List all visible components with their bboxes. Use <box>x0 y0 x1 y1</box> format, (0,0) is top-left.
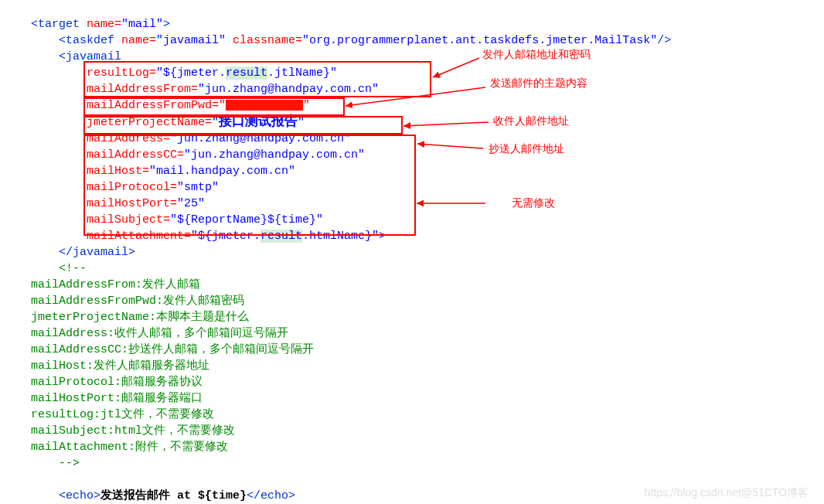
cmt: mailProtocol:邮箱服务器协议 <box>31 376 203 389</box>
annot-4: 抄送人邮件地址 <box>489 142 564 156</box>
cmt: mailAddressCC:抄送件人邮箱，多个邮箱间逗号隔开 <box>31 343 314 356</box>
target-open: <target <box>31 18 80 31</box>
taskdef-open: <taskdef <box>59 34 114 47</box>
attr: name <box>80 18 114 31</box>
box-mailfrom <box>83 61 431 97</box>
attr: classname <box>226 34 295 47</box>
cmt: mailAddressFrom:发件人邮箱 <box>31 278 200 291</box>
annot-1: 发件人邮箱地址和密码 <box>482 48 591 62</box>
cmt: mailSubject:html文件，不需要修改 <box>31 424 235 438</box>
close: > <box>163 18 170 31</box>
cmt: mailAttachment:附件，不需要修改 <box>31 441 228 454</box>
echo-close: </echo> <box>247 489 295 502</box>
eq: = <box>295 34 302 47</box>
annot-3: 收件人邮件地址 <box>493 114 569 128</box>
cmt: resultLog:jtl文件，不需要修改 <box>31 408 214 421</box>
cmt: mailHost:发件人邮箱服务器地址 <box>31 359 209 373</box>
val: "javamail" <box>156 34 226 47</box>
val: "mail" <box>121 18 163 31</box>
close: /> <box>657 34 671 47</box>
cmt: mailAddress:收件人邮箱，多个邮箱间逗号隔开 <box>31 327 288 340</box>
watermark: https://blog.csdn.net@51CTO博客 <box>645 486 809 500</box>
cmt: mailAddressFromPwd:发件人邮箱密码 <box>31 295 244 308</box>
annot-2: 发送邮件的主题内容 <box>490 77 587 90</box>
box-project <box>83 97 345 116</box>
eq: = <box>149 34 156 47</box>
eq: = <box>114 18 121 31</box>
cmt: mailHostPort:邮箱服务器端口 <box>31 392 203 405</box>
cmt-open: <!-- <box>59 262 87 275</box>
echo-open: <echo> <box>59 489 100 502</box>
attr: name <box>114 34 149 47</box>
cmt-close: --> <box>59 457 80 470</box>
box-rest <box>83 135 416 236</box>
annot-5: 无需修改 <box>512 196 555 210</box>
box-mailaddr <box>83 116 403 135</box>
javamail-close: </javamail> <box>59 246 135 259</box>
cmt: jmeterProjectName:本脚本主题是什么 <box>31 311 249 324</box>
echo-text: 发送报告邮件 at ${time} <box>100 489 247 502</box>
val: "org.programmerplanet.ant.taskdefs.jmete… <box>302 34 657 47</box>
